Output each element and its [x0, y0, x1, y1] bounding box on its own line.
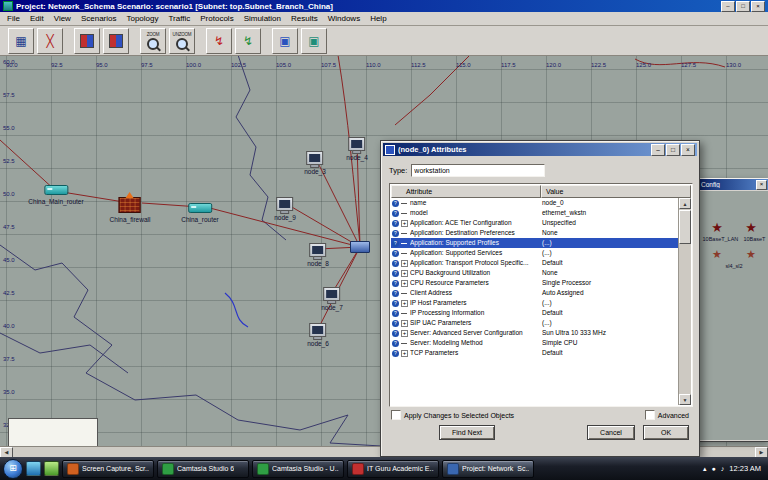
attribute-row[interactable]: ?+IP Host Parameters(...) — [391, 298, 678, 308]
router-star-icon[interactable]: ★ — [746, 248, 756, 261]
node-China_router[interactable]: China_router — [181, 203, 219, 223]
attribute-value[interactable]: Auto Assigned — [539, 288, 678, 298]
config-window-titlebar[interactable]: Config × — [699, 179, 768, 190]
quicklaunch-icon-1[interactable] — [26, 461, 41, 476]
attribute-row[interactable]: ?Application: Supported Services(...) — [391, 248, 678, 258]
attribute-value[interactable]: (...) — [539, 298, 678, 308]
node-node_9[interactable]: node_9 — [274, 197, 296, 221]
start-button[interactable]: ⊞ — [3, 459, 23, 479]
view-results-button[interactable]: ▣ — [272, 28, 298, 54]
scrollbar-thumb[interactable] — [679, 210, 691, 244]
menu-help[interactable]: Help — [365, 14, 391, 23]
node-node_6[interactable]: node_6 — [307, 323, 329, 347]
cancel-button[interactable]: Cancel — [587, 425, 635, 440]
attribute-value[interactable]: Simple CPU — [539, 338, 678, 348]
expand-icon[interactable]: + — [401, 350, 408, 357]
attribute-value[interactable]: Unspecified — [539, 218, 678, 228]
scroll-right-icon[interactable]: ▶ — [755, 447, 768, 457]
attribute-row[interactable]: ?IP Processing InformationDefault — [391, 308, 678, 318]
node-China_firewall[interactable]: China_firewall — [110, 197, 151, 223]
expand-icon[interactable]: + — [401, 320, 408, 327]
attribute-row[interactable]: ?+CPU Resource ParametersSingle Processo… — [391, 278, 678, 288]
value-column-header[interactable]: Value — [541, 185, 691, 198]
node-China_Main_router[interactable]: China_Main_router — [28, 185, 83, 205]
quicklaunch-icon-2[interactable] — [44, 461, 59, 476]
attribute-value[interactable]: ethernet_wkstn — [539, 208, 678, 218]
expand-icon[interactable]: + — [401, 270, 408, 277]
node-node_8[interactable]: node_8 — [307, 243, 329, 267]
ok-button[interactable]: OK — [643, 425, 689, 440]
open-subnet-button[interactable]: ▦ — [8, 28, 34, 54]
router-star-icon[interactable]: ★ — [711, 221, 723, 234]
attribute-value[interactable]: (...) — [539, 318, 678, 328]
deploy-application-button[interactable] — [74, 28, 100, 54]
router-star-icon[interactable]: ★ — [712, 248, 722, 261]
table-scrollbar[interactable]: ▲ ▼ — [678, 198, 691, 405]
attribute-row[interactable]: ?+Server: Advanced Server ConfigurationS… — [391, 328, 678, 338]
attribute-row[interactable]: ?modelethernet_wkstn — [391, 208, 678, 218]
taskbar-item[interactable]: Camtasia Studio 6 — [157, 460, 249, 478]
config-close-icon[interactable]: × — [756, 180, 767, 190]
attribute-row[interactable]: ?+CPU Background UtilizationNone — [391, 268, 678, 278]
node-node_4[interactable]: node_4 — [346, 137, 368, 161]
type-input[interactable] — [411, 164, 545, 177]
attribute-row[interactable]: ?namenode_0 — [391, 198, 678, 208]
node-switch[interactable] — [350, 241, 370, 253]
tray-volume-icon[interactable]: ♪ — [721, 465, 725, 472]
close-button[interactable]: × — [751, 1, 765, 12]
attribute-value[interactable]: (...) — [539, 248, 678, 258]
attribute-value[interactable]: node_0 — [539, 198, 678, 208]
attribute-row[interactable]: ?+Application: ACE Tier ConfigurationUns… — [391, 218, 678, 228]
attribute-value[interactable]: Default — [539, 348, 678, 358]
node-node_7[interactable]: node_7 — [321, 287, 343, 311]
attribute-value[interactable]: Default — [539, 308, 678, 318]
node-node_3[interactable]: node_3 — [304, 151, 326, 175]
menu-scenarios[interactable]: Scenarios — [76, 14, 122, 23]
menu-edit[interactable]: Edit — [25, 14, 49, 23]
attribute-value[interactable]: None — [539, 268, 678, 278]
taskbar-item[interactable]: Camtasia Studio - U... — [252, 460, 344, 478]
taskbar-item[interactable]: Screen Capture, Scr... — [62, 460, 154, 478]
menu-topology[interactable]: Topology — [121, 14, 163, 23]
menu-traffic[interactable]: Traffic — [164, 14, 196, 23]
attribute-row[interactable]: ?+SIP UAC Parameters(...) — [391, 318, 678, 328]
unzoom-button[interactable]: UNZOOM — [169, 28, 195, 54]
tray-network-icon[interactable]: ● — [712, 465, 716, 472]
router-star-icon[interactable]: ★ — [745, 221, 757, 234]
advanced-checkbox[interactable]: Advanced — [645, 410, 689, 420]
attribute-value[interactable]: None — [539, 228, 678, 238]
expand-icon[interactable]: + — [401, 330, 408, 337]
dialog-minimize-button[interactable]: – — [651, 144, 665, 156]
menu-windows[interactable]: Windows — [323, 14, 365, 23]
attribute-row[interactable]: ?Application: Supported Profiles(...) — [391, 238, 678, 248]
scroll-down-icon[interactable]: ▼ — [679, 394, 691, 405]
zoom-button[interactable]: ZOOM — [140, 28, 166, 54]
fail-object-button[interactable]: ↯ — [206, 28, 232, 54]
dialog-titlebar[interactable]: (node_0) Attributes – □ × — [383, 143, 697, 156]
attribute-value[interactable]: Sun Ultra 10 333 MHz — [539, 328, 678, 338]
expand-icon[interactable]: + — [401, 260, 408, 267]
tray-hidden-icons-chevron[interactable]: ▴ — [703, 465, 707, 472]
menu-results[interactable]: Results — [286, 14, 323, 23]
attribute-column-header[interactable]: Attribute — [391, 185, 541, 198]
minimize-button[interactable]: – — [721, 1, 735, 12]
dialog-close-button[interactable]: × — [681, 144, 695, 156]
attribute-row[interactable]: ?+TCP ParametersDefault — [391, 348, 678, 358]
scroll-up-icon[interactable]: ▲ — [679, 198, 691, 209]
scroll-left-icon[interactable]: ◀ — [0, 447, 13, 457]
maximize-button[interactable]: □ — [736, 1, 750, 12]
attribute-value[interactable]: Default — [539, 258, 678, 268]
dialog-maximize-button[interactable]: □ — [666, 144, 680, 156]
hide-graphs-button[interactable]: ▣ — [301, 28, 327, 54]
find-next-button[interactable]: Find Next — [439, 425, 495, 440]
menu-file[interactable]: File — [2, 14, 25, 23]
taskbar-item[interactable]: Project: Network_Sc... — [442, 460, 534, 478]
expand-icon[interactable]: + — [401, 280, 408, 287]
attribute-row[interactable]: ?Client AddressAuto Assigned — [391, 288, 678, 298]
attribute-row[interactable]: ?Application: Destination PreferencesNon… — [391, 228, 678, 238]
attribute-value[interactable]: Single Processor — [539, 278, 678, 288]
apply-changes-checkbox[interactable]: Apply Changes to Selected Objects — [391, 410, 514, 420]
attribute-row[interactable]: ?Server: Modeling MethodSimple CPU — [391, 338, 678, 348]
menu-view[interactable]: View — [49, 14, 76, 23]
recover-object-button[interactable]: ↯ — [235, 28, 261, 54]
